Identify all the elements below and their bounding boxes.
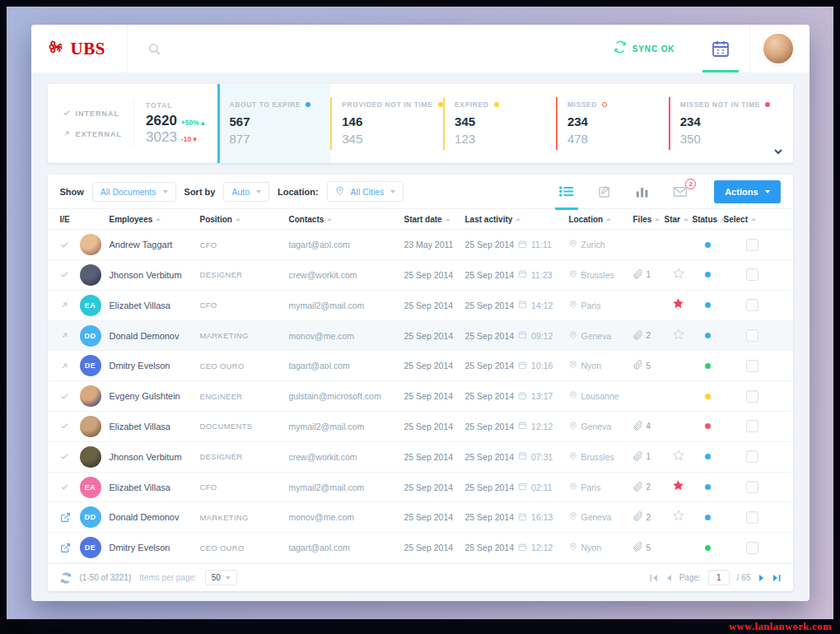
table-row[interactable]: Andrew TaggartCFOtagart@aol.com23 May 20… <box>48 230 793 260</box>
column-header-files[interactable]: Files <box>633 215 665 224</box>
employee-cell[interactable]: DDDonald Demonov <box>80 325 200 347</box>
files-cell[interactable]: 2 <box>633 329 665 343</box>
calendar-button[interactable] <box>700 25 741 72</box>
contact-cell[interactable]: gulstain@microsoft.com <box>289 391 404 401</box>
row-checkbox[interactable] <box>746 450 758 463</box>
select-cell[interactable] <box>724 239 781 251</box>
row-checkbox[interactable] <box>746 511 758 524</box>
column-header-star[interactable]: Star <box>665 215 693 224</box>
chevron-down-icon[interactable] <box>773 143 783 158</box>
table-row[interactable]: Evgeny GulshteinENGINEERgulstain@microso… <box>48 381 793 412</box>
table-row[interactable]: DEDmitry EvelsonCEO OUROtagart@aol.com25… <box>48 351 793 381</box>
row-checkbox[interactable] <box>746 239 758 251</box>
search-icon[interactable] <box>147 42 161 56</box>
select-cell[interactable] <box>724 420 781 432</box>
contact-cell[interactable]: monov@me.com <box>289 331 404 341</box>
sort-dropdown[interactable]: Auto <box>223 182 269 202</box>
employee-cell[interactable]: Elizabet Villasa <box>80 416 200 437</box>
star-outline-icon[interactable] <box>673 329 684 343</box>
contact-cell[interactable]: crew@workit.com <box>289 270 404 280</box>
files-cell[interactable]: 4 <box>633 419 665 434</box>
sync-status[interactable]: SYNC OK <box>614 40 675 57</box>
column-header-i-e[interactable]: I/E <box>60 215 80 224</box>
star-cell[interactable] <box>665 297 693 313</box>
contact-cell[interactable]: mymail2@mail.com <box>289 301 404 310</box>
last-page-icon[interactable] <box>772 574 781 582</box>
select-cell[interactable] <box>724 511 781 524</box>
table-row[interactable]: DEDmitry EvelsonCEO OUROtagart@aol.com25… <box>48 533 793 563</box>
contact-cell[interactable]: mymail2@mail.com <box>289 422 404 431</box>
employee-cell[interactable]: DEDmitry Evelson <box>80 355 200 376</box>
documents-filter-dropdown[interactable]: All Documents <box>92 182 176 202</box>
row-checkbox[interactable] <box>746 329 758 342</box>
location-dropdown[interactable]: All Cities <box>327 181 404 202</box>
row-checkbox[interactable] <box>746 268 758 281</box>
files-cell[interactable]: 1 <box>633 450 665 464</box>
contact-cell[interactable]: tagart@aol.com <box>289 543 404 552</box>
column-header-employees[interactable]: Employees <box>80 215 200 224</box>
star-outline-icon[interactable] <box>673 450 684 464</box>
table-row[interactable]: Jhonson VerbitumDESIGNERcrew@workit.com2… <box>48 260 793 291</box>
table-row[interactable]: DDDonald DemonovMARKETINGmonov@me.com25 … <box>48 502 793 533</box>
star-cell[interactable] <box>665 268 693 282</box>
star-filled-icon[interactable] <box>672 297 684 313</box>
star-filled-icon[interactable] <box>672 479 684 495</box>
row-checkbox[interactable] <box>746 390 758 403</box>
select-cell[interactable] <box>724 268 781 281</box>
star-cell[interactable] <box>665 510 693 524</box>
stat-card-provided-not-in-time[interactable]: PROVIDED NOT IN TIME146345 <box>330 84 443 163</box>
column-header-contacts[interactable]: Contacts <box>289 215 404 224</box>
select-cell[interactable] <box>724 329 781 342</box>
employee-cell[interactable]: EAElizabet Villasa <box>80 295 200 316</box>
row-checkbox[interactable] <box>746 360 758 372</box>
chart-view-icon[interactable] <box>623 175 661 209</box>
row-checkbox[interactable] <box>746 420 758 432</box>
user-avatar[interactable] <box>763 34 793 63</box>
stat-card-about-to-expire[interactable]: ABOUT TO EXPIRE567877 <box>217 84 330 163</box>
column-header-status[interactable]: Status <box>693 215 724 224</box>
column-header-location[interactable]: Location <box>569 215 633 224</box>
column-header-start-date[interactable]: Start date <box>404 215 465 224</box>
employee-cell[interactable]: Jhonson Verbitum <box>80 446 200 468</box>
notes-view-icon[interactable] <box>586 175 623 209</box>
select-cell[interactable] <box>724 450 781 463</box>
star-outline-icon[interactable] <box>673 510 684 524</box>
table-row[interactable]: DDDonald DemonovMARKETINGmonov@me.com25 … <box>48 321 793 352</box>
row-checkbox[interactable] <box>746 481 758 493</box>
star-outline-icon[interactable] <box>673 268 684 282</box>
refresh-icon[interactable] <box>60 572 72 584</box>
previous-page-icon[interactable] <box>665 574 672 582</box>
list-view-icon[interactable] <box>548 175 586 209</box>
page-input[interactable] <box>708 570 730 585</box>
employee-cell[interactable]: Jhonson Verbitum <box>80 264 200 286</box>
star-cell[interactable] <box>665 479 693 495</box>
stat-card-expired[interactable]: EXPIRED345123 <box>443 84 556 163</box>
files-cell[interactable]: 2 <box>633 480 665 495</box>
contact-cell[interactable]: tagart@aol.com <box>289 240 404 249</box>
actions-button[interactable]: Actions <box>714 180 780 203</box>
first-page-icon[interactable] <box>650 574 658 582</box>
select-cell[interactable] <box>724 542 781 554</box>
employee-cell[interactable]: DDDonald Demonov <box>80 506 200 528</box>
table-row[interactable]: EAElizabet VillasaCFOmymail2@mail.com25 … <box>48 291 793 321</box>
contact-cell[interactable]: mymail2@mail.com <box>289 482 404 492</box>
contact-cell[interactable]: tagart@aol.com <box>289 361 404 371</box>
row-checkbox[interactable] <box>746 542 758 554</box>
employee-cell[interactable]: Andrew Taggart <box>80 234 200 255</box>
select-cell[interactable] <box>724 360 781 372</box>
table-row[interactable]: Jhonson VerbitumDESIGNERcrew@workit.com2… <box>48 442 793 473</box>
employee-cell[interactable]: DEDmitry Evelson <box>80 537 200 558</box>
star-cell[interactable] <box>665 329 693 343</box>
contact-cell[interactable]: crew@workit.com <box>289 452 404 462</box>
row-checkbox[interactable] <box>746 299 758 311</box>
files-cell[interactable]: 2 <box>633 510 665 524</box>
files-cell[interactable]: 5 <box>633 540 665 555</box>
column-header-last-activity[interactable]: Last activity <box>465 215 569 224</box>
files-cell[interactable]: 1 <box>633 268 665 282</box>
column-header-select[interactable]: Select <box>724 215 781 224</box>
column-header-position[interactable]: Position <box>200 215 289 224</box>
items-per-page-dropdown[interactable]: 50 <box>205 570 237 585</box>
mail-icon[interactable]: 2 <box>661 175 699 209</box>
employee-cell[interactable]: EAElizabet Villasa <box>80 477 200 498</box>
table-row[interactable]: EAElizabet VillasaCFOmymail2@mail.com25 … <box>48 473 793 503</box>
